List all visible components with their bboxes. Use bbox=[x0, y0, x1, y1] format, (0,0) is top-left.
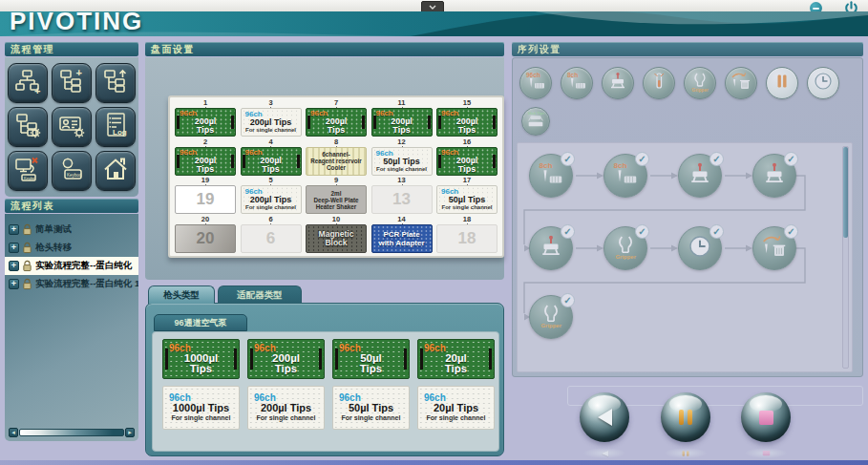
user-settings-button[interactable] bbox=[52, 107, 92, 147]
gripper-icon: Gripper bbox=[537, 301, 565, 333]
keyboard-settings-button[interactable]: Keybod bbox=[52, 151, 92, 191]
flow-step-shaker[interactable]: ✓ bbox=[678, 154, 722, 198]
tab-adapter-type[interactable]: 适配器类型 bbox=[218, 285, 302, 304]
tool-96ch-pipette-button[interactable]: 96ch bbox=[519, 67, 552, 99]
svg-text:96ch Tips: 96ch Tips bbox=[528, 112, 545, 116]
slot-number: 16 bbox=[463, 138, 471, 147]
triangle-left-icon bbox=[601, 450, 608, 455]
timer-icon bbox=[812, 70, 835, 96]
process-list-item[interactable]: +枪头转移 bbox=[5, 239, 138, 257]
deck-slot-17[interactable]: 1796ch50µl TipsFor single channel bbox=[434, 177, 499, 215]
check-badge: ✓ bbox=[635, 224, 649, 239]
deck-slot-9[interactable]: 92mlDeep-Well PlateHeater Shaker bbox=[304, 177, 369, 215]
flow-step-shaker[interactable]: ✓ bbox=[529, 226, 573, 270]
deck-slot-10[interactable]: 10MagneticBlock bbox=[304, 216, 369, 254]
home-icon bbox=[101, 155, 130, 187]
disconnect-device-button[interactable]: Keybo bbox=[8, 151, 48, 191]
deck-plate-tips-white: 96ch50µl TipsFor single channel bbox=[371, 147, 433, 176]
slot-number: 7 bbox=[334, 99, 338, 108]
slot-number: 15 bbox=[463, 99, 471, 108]
deck-slot-20[interactable]: 2020 bbox=[173, 216, 238, 254]
tool-mix-button[interactable] bbox=[643, 67, 675, 99]
deck-slot-14[interactable]: 14PCR Platewith Adapter bbox=[370, 216, 434, 254]
log-view-button[interactable]: Log bbox=[95, 107, 136, 147]
deck-slot-15[interactable]: 1596ch200µlTips bbox=[434, 99, 499, 137]
process-list-item[interactable]: +实验流程完整--蛋白纯化 bbox=[5, 257, 138, 275]
scrollbar-track[interactable] bbox=[19, 429, 124, 436]
tip-rack-single-1000µl Tips[interactable]: 96ch1000µl TipsFor single channel bbox=[162, 386, 240, 430]
tip-rack-96ch-200µl[interactable]: 96ch200µlTips bbox=[247, 339, 325, 379]
scroll-right-button[interactable]: ▸ bbox=[125, 428, 135, 437]
process-name: 枪头转移 bbox=[35, 242, 72, 254]
expand-icon[interactable]: + bbox=[9, 261, 19, 271]
flow-scrollbar-thumb[interactable] bbox=[843, 147, 848, 238]
deck-slot-8[interactable]: 86channel-Reagent reservoirCooler bbox=[304, 138, 369, 177]
check-badge: ✓ bbox=[709, 224, 724, 239]
flow-step-gripper[interactable]: Gripper✓ bbox=[603, 226, 647, 270]
pause-button[interactable] bbox=[661, 392, 710, 442]
expand-icon[interactable]: + bbox=[9, 243, 19, 253]
deck-slot-3[interactable]: 396ch200µl TipsFor single channel bbox=[239, 99, 304, 137]
deck-plate-tips-white: 96ch200µl TipsFor single channel bbox=[241, 108, 302, 137]
stop-square-icon bbox=[759, 411, 773, 425]
deck-slot-4[interactable]: 496ch200µlTips bbox=[239, 138, 304, 177]
tool-pause-button[interactable] bbox=[766, 67, 798, 99]
new-flow-button[interactable]: + bbox=[8, 63, 48, 103]
flow-settings-button[interactable] bbox=[8, 107, 48, 147]
tool-heater-shaker-button[interactable] bbox=[602, 67, 634, 99]
svg-text:Keybod: Keybod bbox=[67, 173, 82, 178]
tool-8ch-pipette-button[interactable]: 8ch bbox=[561, 67, 593, 99]
tool-gripper-button[interactable]: Gripper bbox=[684, 67, 716, 99]
deck-slot-18[interactable]: 1818 bbox=[434, 216, 499, 254]
subtab-96ch-air-pump[interactable]: 96通道空气泵 bbox=[154, 314, 247, 331]
flow-step-timer[interactable]: ✓ bbox=[678, 226, 722, 270]
expand-icon[interactable]: + bbox=[9, 279, 19, 289]
tip-rack-96ch-20µl[interactable]: 96ch20µlTips bbox=[417, 339, 495, 379]
pipette-icon: 8ch bbox=[565, 70, 588, 96]
flow-step-pipette[interactable]: 8ch✓ bbox=[529, 154, 573, 198]
flow-step-shaker[interactable]: ✓ bbox=[752, 154, 796, 198]
deck-slot-12[interactable]: 1296ch50µl TipsFor single channel bbox=[370, 138, 434, 177]
export-flow-button[interactable] bbox=[95, 63, 136, 103]
flow-step-gripper[interactable]: Gripper✓ bbox=[529, 295, 573, 339]
deck-slot-19[interactable]: 1919 bbox=[173, 177, 238, 215]
tool-plate-stack-button[interactable]: 96ch Tips bbox=[521, 107, 550, 136]
flow-scrollbar[interactable] bbox=[842, 146, 849, 369]
slot-number: 20 bbox=[201, 216, 209, 224]
add-node-button[interactable]: + bbox=[52, 63, 92, 103]
flow-step-discard-tip[interactable]: ✓ bbox=[752, 226, 796, 270]
svg-text:Gripper: Gripper bbox=[540, 323, 561, 328]
expand-icon[interactable]: + bbox=[9, 224, 19, 235]
deck-slot-11[interactable]: 1196ch200µlTips bbox=[370, 99, 434, 137]
tab-tip-type[interactable]: 枪头类型 bbox=[148, 285, 215, 304]
deck-slot-1[interactable]: 196ch200µlTips bbox=[173, 99, 238, 137]
tool-discard-tip-button[interactable] bbox=[725, 67, 757, 99]
tip-rack-single-20µl Tips[interactable]: 96ch20µl TipsFor single channel bbox=[417, 386, 495, 430]
tip-rack-96ch-50µl[interactable]: 96ch50µlTips bbox=[332, 339, 410, 379]
tip-rack-single-200µl Tips[interactable]: 96ch200µl TipsFor single channel bbox=[247, 386, 325, 430]
process-list-item[interactable]: +实验流程完整--蛋白纯化 1列 3 bbox=[5, 275, 138, 293]
tip-rack-single-50µl Tips[interactable]: 96ch50µl TipsFor single channel bbox=[332, 386, 410, 430]
process-mgmt-panel: ++LogKeyboKeybod bbox=[5, 57, 138, 197]
deck-slot-13[interactable]: 1313 bbox=[370, 177, 434, 215]
process-name: 实验流程完整--蛋白纯化 bbox=[35, 260, 132, 272]
deck-slot-16[interactable]: 1696ch200µlTips bbox=[434, 138, 499, 177]
tip-rack-96ch-1000µl[interactable]: 96ch1000µlTips bbox=[162, 339, 240, 379]
tool-timer-button[interactable] bbox=[807, 67, 839, 99]
discard-tip-icon bbox=[730, 70, 752, 96]
home-button[interactable] bbox=[95, 151, 136, 191]
process-list-item[interactable]: +简单测试 bbox=[5, 221, 138, 239]
deck-slot-6[interactable]: 66 bbox=[239, 216, 304, 254]
process-name: 简单测试 bbox=[35, 223, 72, 236]
reflection bbox=[583, 448, 625, 458]
slot-number: 14 bbox=[397, 216, 405, 224]
deck-slot-7[interactable]: 796ch200µlTips bbox=[304, 99, 369, 137]
stop-button[interactable] bbox=[741, 392, 791, 442]
deck-slot-5[interactable]: 596ch200µl TipsFor single channel bbox=[239, 177, 304, 215]
flow-step-pipette[interactable]: 8ch✓ bbox=[603, 154, 647, 198]
deck-slot-2[interactable]: 296ch200µlTips bbox=[173, 138, 238, 177]
scroll-left-button[interactable]: ◂ bbox=[9, 428, 18, 437]
check-badge: ✓ bbox=[561, 224, 575, 239]
slot-number: 8 bbox=[334, 138, 338, 147]
step-back-button[interactable] bbox=[580, 392, 629, 442]
